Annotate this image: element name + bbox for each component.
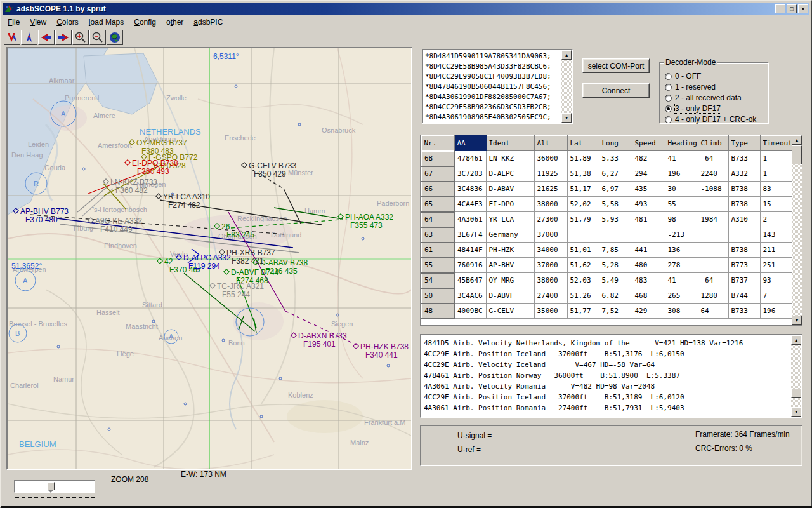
menu-item-file[interactable]: File [3,16,25,29]
scroll-up-icon[interactable]: ▲ [561,50,572,60]
cell: B744 [728,288,760,304]
decoder-option-4[interactable]: 4 - only DF17 + CRC-ok [665,115,756,124]
table-row[interactable]: 673C7203D-ALPC1192551,386,272941962240A3… [421,166,793,182]
column-header-long[interactable]: Long [599,136,632,151]
plane-down-button[interactable] [4,30,20,45]
radio-icon[interactable] [665,116,672,123]
decoded-messages-box[interactable]: 4841D5 Airb. Velocity Netherlands, Kingd… [420,334,802,418]
menu-item-colors[interactable]: Colors [51,16,84,29]
table-row[interactable]: 484009BCG-CELV3500051,777,5242930864B733… [421,304,793,319]
table-row[interactable]: 6148414FPH-HZK3400051,017,85441136B73821… [421,243,793,258]
table-scrollbar[interactable]: ▲ ▼ [792,135,802,325]
city-label: Sittard [142,301,162,309]
scroll-up-icon[interactable]: ▲ [791,335,801,345]
city-label: Maastricht [126,323,158,330]
city-label: Siegen [331,320,353,328]
cell: 441 [632,243,665,258]
scroll-down-icon[interactable]: ▼ [791,407,801,417]
column-header-ident[interactable]: Ident [486,136,534,151]
aircraft-table[interactable]: Nr.AAIdentAltLatLongSpeedHeadingClimbTyp… [420,135,802,326]
table-row[interactable]: 55760916AP-BHV3700051,625,28480278B77325… [421,258,793,273]
city-label: Almere [93,112,115,119]
connect-button[interactable]: Connect [582,83,650,98]
map-panel[interactable]: ARABAAlkmaarPurmerendZwolleAlmereLeidenD… [6,47,412,470]
cell: 45B647 [454,273,486,288]
select-com-port-button[interactable]: select COM-Port [582,58,650,73]
table-row[interactable]: 5445B647OY-MRG3800052,035,4948341-64B737… [421,273,793,288]
cell: 265 [665,288,698,304]
globe-button[interactable] [107,30,123,45]
city-label: Hasselt [96,309,120,316]
column-header-alt[interactable]: Alt [534,136,567,151]
row-header: 68 [421,151,454,166]
plane-up-button[interactable] [21,30,37,45]
zoom-in-button[interactable] [72,30,89,45]
column-header-climb[interactable]: Climb [698,136,728,151]
table-row[interactable]: 503C4AC6D-ABVF2740051,266,824682651280B7… [421,288,793,304]
city-label: Charleroi [10,382,39,389]
column-header-lat[interactable]: Lat [567,136,599,151]
decoder-option-0[interactable]: 0 - OFF [665,72,701,81]
city-label: Dortmund [271,231,301,239]
menu-item-adsbpic[interactable]: adsbPIC [188,16,228,29]
column-header-heading[interactable]: Heading [665,136,698,151]
scroll-up-icon[interactable]: ▲ [792,135,802,145]
table-scroll-thumb[interactable] [792,145,802,164]
cell: 1984 [698,212,728,227]
zoom-slider[interactable] [14,480,95,493]
column-header-nr[interactable]: Nr. [421,136,454,151]
minimize-button[interactable]: _ [775,4,785,13]
scroll-down-icon[interactable]: ▼ [792,316,802,325]
table-row[interactable]: 654CA4F3EI-DPO3800052,025,5849355B73815 [421,197,793,212]
radio-icon[interactable] [665,95,672,102]
pan-right-button[interactable] [55,30,72,45]
decoder-option-1[interactable]: 1 - reserved [665,83,716,91]
table-row[interactable]: 644A3061YR-LCA2730051,795,93481981984A31… [421,212,793,227]
raw-data-box[interactable]: *8D4841D5990119A7805341DA9063; *8D4CC29E… [422,49,573,124]
cell: 278 [665,258,698,273]
cell: 5,49 [599,273,632,288]
radio-icon[interactable] [665,105,672,112]
raw-data-scrollbar[interactable]: ▲ ▼ [561,50,572,123]
decoded-scrollbar[interactable]: ▲ ▼ [791,335,801,417]
column-header-type[interactable]: Type [728,136,760,151]
decoder-option-3[interactable]: 3 - only DF17 [665,104,721,113]
cell: D-ALPC [486,166,534,182]
maximize-button[interactable]: □ [787,4,797,13]
column-header-timeout[interactable]: Timeout [760,136,793,151]
aircraft-flightlevel: F370 480 [25,215,58,224]
cell: 37000 [534,227,567,243]
cell: OY-MRG [486,273,534,288]
scroll-down-icon[interactable]: ▼ [561,113,572,123]
cell: 7,52 [599,304,632,319]
cell: B738 [728,197,760,212]
radar-map[interactable]: ARABAAlkmaarPurmerendZwolleAlmereLeidenD… [8,48,411,469]
menu-item-other[interactable]: other [161,16,188,29]
aircraft-callsign: 26 [221,222,230,231]
decoded-scroll-thumb[interactable] [791,389,801,398]
aircraft-flightlevel: F380 493 [137,167,169,176]
city-label: Osnabrück [322,126,356,134]
decoder-mode-title: Decoder-Mode [664,58,717,67]
menu-item-view[interactable]: View [25,16,51,29]
column-header-aa[interactable]: AA [454,136,486,151]
close-button[interactable]: × [798,4,808,13]
zoom-out-button[interactable] [89,30,106,45]
column-header-speed[interactable]: Speed [632,136,665,151]
cell: 41 [665,273,698,288]
radio-icon[interactable] [665,73,672,80]
table-row[interactable]: 68478461LN-KKZ3600051,895,3348241-64B733… [421,151,793,166]
cell [698,227,728,243]
table-row[interactable]: 633E67F4Germany37000-213143 [421,227,793,243]
radio-icon[interactable] [665,84,672,91]
cell: B738 [728,243,760,258]
zoom-slider-thumb[interactable] [47,482,55,490]
menu-item-load-maps[interactable]: load Maps [84,16,129,29]
cell: 51,17 [567,182,599,197]
coordinate-label: 6,5311° [213,52,239,61]
pan-left-button[interactable] [38,30,55,45]
menu-item-config[interactable]: Config [129,16,161,29]
cell: -64 [698,151,728,166]
table-row[interactable]: 663C4836D-ABAV2162551,176,9743530-1088B7… [421,182,793,197]
decoder-option-2[interactable]: 2 - all received data [665,93,742,102]
